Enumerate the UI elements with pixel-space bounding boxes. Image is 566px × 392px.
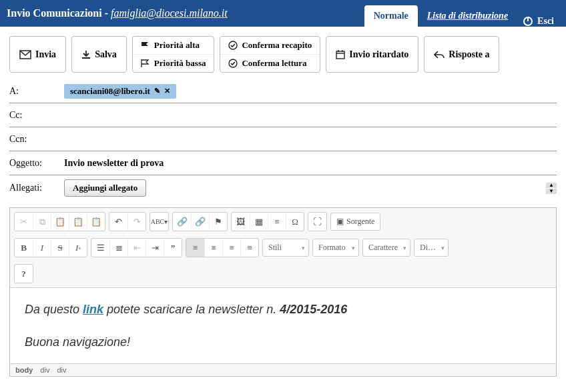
svg-rect-5 xyxy=(336,51,344,59)
body-text: Buona navigazione! xyxy=(25,335,541,349)
bcc-label: Ccn: xyxy=(9,134,64,145)
tab-normal[interactable]: Normale xyxy=(364,5,418,27)
rich-text-editor: ✂ ⧉ 📋 📋 📋 ↶ ↷ ABC▾ 🔗 🔗 ⚑ 🖼 ▦ ≡ Ω ⛶ ▣ xyxy=(9,207,557,377)
size-select[interactable]: Di… xyxy=(414,239,449,257)
exit-button[interactable]: Esci xyxy=(517,16,559,27)
priority-group: Priorità alta Priorità bassa xyxy=(132,36,215,73)
app-header: Invio Comunicazioni - famiglia@diocesi.m… xyxy=(0,0,566,27)
italic-button[interactable]: I xyxy=(33,239,51,257)
subject-label: Oggetto: xyxy=(9,158,64,169)
save-button[interactable]: Salva xyxy=(71,36,127,73)
confirm-delivery-button[interactable]: Conferma recapito xyxy=(220,37,320,54)
styles-select[interactable]: Stili xyxy=(262,239,309,257)
spellcheck-button[interactable]: ABC▾ xyxy=(150,213,168,231)
priority-low-label: Priorità bassa xyxy=(154,58,206,69)
priority-high-label: Priorità alta xyxy=(154,40,200,51)
numbered-list-button[interactable]: ☰ xyxy=(91,239,109,257)
redo-button[interactable]: ↷ xyxy=(127,213,146,231)
recipient-chip[interactable]: scanciani08@libero.it ✎ ✕ xyxy=(64,84,176,99)
anchor-button[interactable]: ⚑ xyxy=(209,213,227,231)
path-segment[interactable]: div xyxy=(40,366,49,374)
close-icon[interactable]: ✕ xyxy=(164,87,170,95)
attachments-label: Allegati: xyxy=(9,183,64,193)
send-button[interactable]: Invia xyxy=(9,36,66,73)
table-button[interactable]: ▦ xyxy=(250,213,268,231)
header-tabs: Normale Lista di distribuzione Esci xyxy=(364,0,559,27)
align-center-button[interactable]: ≡ xyxy=(204,239,222,257)
remove-format-button[interactable]: Ix xyxy=(69,239,87,257)
reply-to-label: Risposte a xyxy=(449,49,489,60)
cc-label: Cc: xyxy=(9,110,64,121)
calendar-icon xyxy=(336,50,345,59)
source-icon: ▣ xyxy=(336,217,344,227)
editor-content[interactable]: Da questo link potete scaricare la newsl… xyxy=(10,288,556,363)
paste-button[interactable]: 📋 xyxy=(51,213,69,231)
align-justify-button[interactable]: ≡ xyxy=(240,239,258,257)
add-attachment-button[interactable]: Aggiungi allegato xyxy=(64,179,146,197)
envelope-icon xyxy=(19,50,31,59)
help-button[interactable]: ? xyxy=(15,265,33,283)
paste-word-button[interactable]: 📋 xyxy=(87,213,105,231)
attachments-row: Allegati: Aggiungi allegato ▲ ▼ xyxy=(9,175,557,201)
editor-toolbar: ✂ ⧉ 📋 📋 📋 ↶ ↷ ABC▾ 🔗 🔗 ⚑ 🖼 ▦ ≡ Ω ⛶ ▣ xyxy=(10,208,556,288)
cut-button[interactable]: ✂ xyxy=(15,213,33,231)
hr-button[interactable]: ≡ xyxy=(268,213,286,231)
check-circle-icon xyxy=(228,59,238,68)
unlink-button[interactable]: 🔗 xyxy=(191,213,209,231)
strike-button[interactable]: S xyxy=(51,239,69,257)
outdent-button[interactable]: ⇤ xyxy=(127,239,146,257)
copy-button[interactable]: ⧉ xyxy=(33,213,51,231)
source-label: Sorgente xyxy=(346,217,374,227)
power-icon xyxy=(523,16,533,27)
subject-row: Oggetto: Invio newsletter di prova xyxy=(9,151,557,175)
bcc-row[interactable]: Ccn: xyxy=(9,127,557,151)
paste-text-button[interactable]: 📋 xyxy=(69,213,87,231)
confirm-delivery-label: Conferma recapito xyxy=(242,40,312,51)
pencil-icon[interactable]: ✎ xyxy=(154,87,160,95)
align-right-button[interactable]: ≡ xyxy=(222,239,240,257)
delayed-send-button[interactable]: Invio ritardato xyxy=(326,36,418,73)
check-circle-icon xyxy=(228,41,238,50)
download-icon xyxy=(81,50,91,59)
confirm-read-label: Conferma lettura xyxy=(242,58,306,69)
action-toolbar: Invia Salva Priorità alta Priorità bassa… xyxy=(0,27,566,77)
format-select[interactable]: Formato xyxy=(312,239,359,257)
align-left-button[interactable]: ≡ xyxy=(186,239,204,257)
title-prefix: Invio Comunicazioni xyxy=(7,7,102,19)
attachments-spinner[interactable]: ▲ ▼ xyxy=(546,183,557,194)
priority-high-button[interactable]: Priorità alta xyxy=(133,37,214,54)
body-link[interactable]: link xyxy=(83,303,103,316)
to-row: A: scanciani08@libero.it ✎ ✕ xyxy=(9,79,557,103)
body-text: potete scaricare la newsletter n. xyxy=(103,303,280,316)
blockquote-button[interactable]: ” xyxy=(164,239,182,257)
message-fields: A: scanciani08@libero.it ✎ ✕ Cc: Ccn: Og… xyxy=(0,77,566,203)
subject-value[interactable]: Invio newsletter di prova xyxy=(64,158,164,169)
maximize-button[interactable]: ⛶ xyxy=(308,213,326,231)
bullet-list-button[interactable]: ≣ xyxy=(109,239,127,257)
chevron-down-icon[interactable]: ▼ xyxy=(546,189,557,194)
path-segment[interactable]: body xyxy=(15,366,33,374)
tab-distribution-list[interactable]: Lista di distribuzione xyxy=(418,5,517,27)
chevron-up-icon[interactable]: ▲ xyxy=(546,183,557,188)
font-select[interactable]: Carattere xyxy=(362,239,410,257)
priority-low-button[interactable]: Priorità bassa xyxy=(133,54,214,72)
delayed-label: Invio ritardato xyxy=(349,49,408,60)
path-segment[interactable]: div xyxy=(57,366,66,374)
special-char-button[interactable]: Ω xyxy=(286,213,304,231)
undo-button[interactable]: ↶ xyxy=(109,213,127,231)
to-label: A: xyxy=(9,86,64,97)
source-button[interactable]: ▣ Sorgente xyxy=(330,213,380,231)
cc-row[interactable]: Cc: xyxy=(9,103,557,127)
save-label: Salva xyxy=(95,49,117,60)
confirm-read-button[interactable]: Conferma lettura xyxy=(220,54,320,72)
link-button[interactable]: 🔗 xyxy=(173,213,191,231)
reply-to-button[interactable]: Risposte a xyxy=(424,36,499,73)
recipient-email: scanciani08@libero.it xyxy=(70,86,150,97)
window-title: Invio Comunicazioni - famiglia@diocesi.m… xyxy=(7,7,228,19)
body-bold: 4/2015-2016 xyxy=(280,303,347,316)
indent-button[interactable]: ⇥ xyxy=(146,239,164,257)
image-button[interactable]: 🖼 xyxy=(232,213,250,231)
account-email: famiglia@diocesi.milano.it xyxy=(111,7,228,19)
bold-button[interactable]: B xyxy=(15,239,33,257)
element-path: body div div xyxy=(10,363,556,376)
